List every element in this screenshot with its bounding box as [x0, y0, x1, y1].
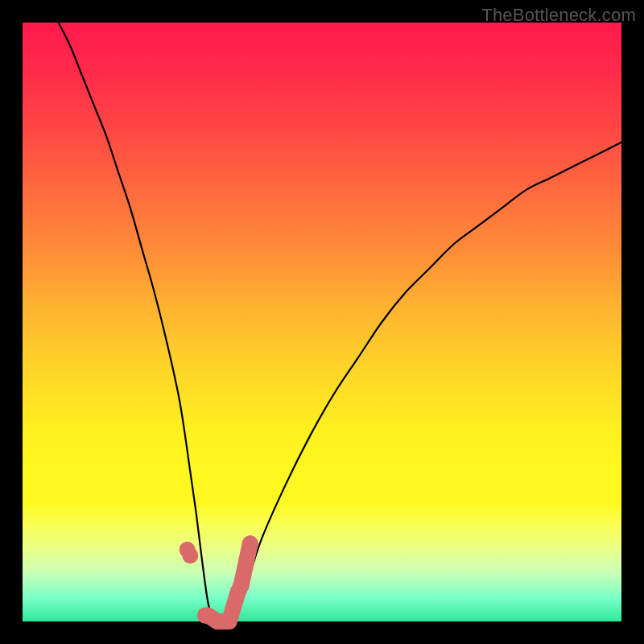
marker-dot: [182, 547, 198, 564]
curve-path: [59, 23, 621, 623]
plot-area: [23, 23, 621, 621]
watermark-text: TheBottleneck.com: [481, 5, 636, 26]
marker-dot: [242, 535, 258, 551]
valley-markers: [180, 535, 258, 630]
bottleneck-curve: [59, 23, 621, 623]
marker-dot: [221, 613, 237, 630]
marker-dot: [233, 577, 250, 593]
chart-container: TheBottleneck.com: [0, 0, 644, 644]
chart-svg: [23, 23, 621, 621]
